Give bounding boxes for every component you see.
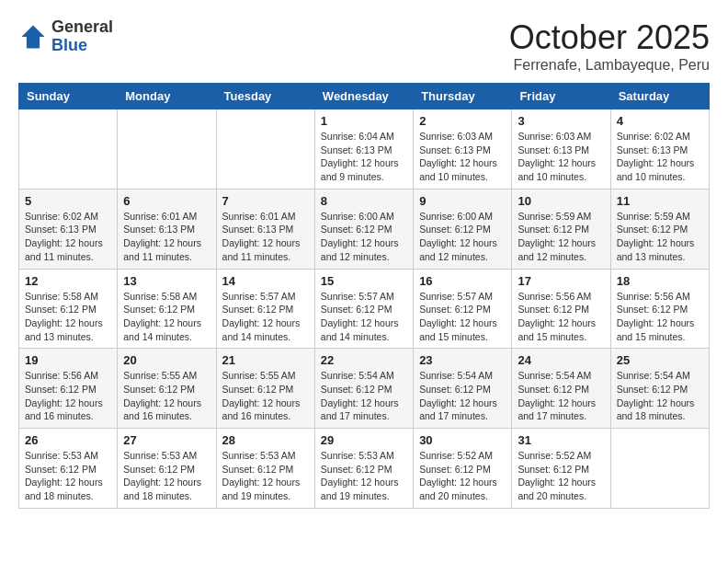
day-info: Sunrise: 5:53 AM Sunset: 6:12 PM Dayligh… <box>25 449 111 503</box>
calendar-cell <box>610 429 709 509</box>
calendar-table: SundayMondayTuesdayWednesdayThursdayFrid… <box>18 83 710 509</box>
day-number: 26 <box>25 433 111 447</box>
day-number: 30 <box>419 433 506 447</box>
calendar-cell: 2Sunrise: 6:03 AM Sunset: 6:13 PM Daylig… <box>414 109 512 190</box>
day-info: Sunrise: 6:00 AM Sunset: 6:12 PM Dayligh… <box>419 210 506 264</box>
day-info: Sunrise: 6:00 AM Sunset: 6:12 PM Dayligh… <box>321 210 407 264</box>
calendar-cell: 6Sunrise: 6:01 AM Sunset: 6:13 PM Daylig… <box>118 189 216 269</box>
calendar-cell: 12Sunrise: 5:58 AM Sunset: 6:12 PM Dayli… <box>19 269 118 349</box>
logo-general: General <box>51 18 113 37</box>
day-number: 14 <box>222 274 309 288</box>
calendar-cell <box>118 109 216 190</box>
location: Ferrenafe, Lambayeque, Peru <box>509 57 710 74</box>
calendar-cell: 13Sunrise: 5:58 AM Sunset: 6:12 PM Dayli… <box>118 269 216 349</box>
weekday-header-friday: Friday <box>512 84 610 109</box>
calendar-cell: 4Sunrise: 6:02 AM Sunset: 6:13 PM Daylig… <box>610 109 709 190</box>
weekday-header-saturday: Saturday <box>610 84 709 109</box>
calendar-cell: 17Sunrise: 5:56 AM Sunset: 6:12 PM Dayli… <box>512 269 610 349</box>
day-info: Sunrise: 5:57 AM Sunset: 6:12 PM Dayligh… <box>419 290 506 344</box>
weekday-header-sunday: Sunday <box>19 84 118 109</box>
day-info: Sunrise: 6:04 AM Sunset: 6:13 PM Dayligh… <box>321 130 407 184</box>
day-number: 24 <box>518 353 604 367</box>
day-number: 10 <box>518 194 604 208</box>
day-info: Sunrise: 5:54 AM Sunset: 6:12 PM Dayligh… <box>617 369 703 423</box>
day-info: Sunrise: 5:54 AM Sunset: 6:12 PM Dayligh… <box>321 369 407 423</box>
weekday-header-wednesday: Wednesday <box>314 84 413 109</box>
day-info: Sunrise: 6:03 AM Sunset: 6:13 PM Dayligh… <box>419 130 506 184</box>
day-number: 11 <box>617 194 703 208</box>
day-info: Sunrise: 5:59 AM Sunset: 6:12 PM Dayligh… <box>617 210 703 264</box>
day-number: 5 <box>25 194 111 208</box>
day-info: Sunrise: 5:55 AM Sunset: 6:12 PM Dayligh… <box>123 369 210 423</box>
calendar-cell: 19Sunrise: 5:56 AM Sunset: 6:12 PM Dayli… <box>19 349 118 429</box>
calendar-cell: 29Sunrise: 5:53 AM Sunset: 6:12 PM Dayli… <box>314 429 413 509</box>
day-number: 17 <box>518 274 604 288</box>
day-info: Sunrise: 5:53 AM Sunset: 6:12 PM Dayligh… <box>321 449 407 503</box>
day-info: Sunrise: 5:57 AM Sunset: 6:12 PM Dayligh… <box>321 290 407 344</box>
day-info: Sunrise: 5:55 AM Sunset: 6:12 PM Dayligh… <box>222 369 309 423</box>
calendar-cell <box>19 109 118 190</box>
weekday-header-thursday: Thursday <box>414 84 512 109</box>
calendar-cell: 18Sunrise: 5:56 AM Sunset: 6:12 PM Dayli… <box>610 269 709 349</box>
day-number: 22 <box>321 353 407 367</box>
day-number: 4 <box>617 114 703 128</box>
logo-icon <box>18 22 48 52</box>
day-number: 16 <box>419 274 506 288</box>
calendar-cell: 1Sunrise: 6:04 AM Sunset: 6:13 PM Daylig… <box>314 109 413 190</box>
day-number: 2 <box>419 114 506 128</box>
calendar-cell <box>216 109 314 190</box>
calendar-cell: 22Sunrise: 5:54 AM Sunset: 6:12 PM Dayli… <box>314 349 413 429</box>
calendar-cell: 28Sunrise: 5:53 AM Sunset: 6:12 PM Dayli… <box>216 429 314 509</box>
day-number: 15 <box>321 274 407 288</box>
day-number: 3 <box>518 114 604 128</box>
day-info: Sunrise: 6:01 AM Sunset: 6:13 PM Dayligh… <box>123 210 210 264</box>
day-number: 7 <box>222 194 309 208</box>
logo: General Blue <box>18 18 113 55</box>
title-block: October 2025 Ferrenafe, Lambayeque, Peru <box>509 18 710 74</box>
day-number: 18 <box>617 274 703 288</box>
calendar-cell: 20Sunrise: 5:55 AM Sunset: 6:12 PM Dayli… <box>118 349 216 429</box>
day-info: Sunrise: 5:58 AM Sunset: 6:12 PM Dayligh… <box>25 290 111 344</box>
calendar-cell: 5Sunrise: 6:02 AM Sunset: 6:13 PM Daylig… <box>19 189 118 269</box>
calendar-cell: 31Sunrise: 5:52 AM Sunset: 6:12 PM Dayli… <box>512 429 610 509</box>
logo-text: General Blue <box>51 18 113 55</box>
day-number: 29 <box>321 433 407 447</box>
day-info: Sunrise: 5:56 AM Sunset: 6:12 PM Dayligh… <box>617 290 703 344</box>
day-number: 6 <box>123 194 210 208</box>
calendar-cell: 26Sunrise: 5:53 AM Sunset: 6:12 PM Dayli… <box>19 429 118 509</box>
week-row-4: 19Sunrise: 5:56 AM Sunset: 6:12 PM Dayli… <box>19 349 710 429</box>
week-row-2: 5Sunrise: 6:02 AM Sunset: 6:13 PM Daylig… <box>19 189 710 269</box>
calendar-cell: 27Sunrise: 5:53 AM Sunset: 6:12 PM Dayli… <box>118 429 216 509</box>
day-number: 27 <box>123 433 210 447</box>
day-info: Sunrise: 5:58 AM Sunset: 6:12 PM Dayligh… <box>123 290 210 344</box>
day-number: 13 <box>123 274 210 288</box>
logo-blue: Blue <box>51 37 113 55</box>
month-title: October 2025 <box>509 18 710 57</box>
calendar-cell: 23Sunrise: 5:54 AM Sunset: 6:12 PM Dayli… <box>414 349 512 429</box>
day-info: Sunrise: 6:01 AM Sunset: 6:13 PM Dayligh… <box>222 210 309 264</box>
day-number: 21 <box>222 353 309 367</box>
calendar-cell: 30Sunrise: 5:52 AM Sunset: 6:12 PM Dayli… <box>414 429 512 509</box>
day-number: 23 <box>419 353 506 367</box>
day-info: Sunrise: 5:54 AM Sunset: 6:12 PM Dayligh… <box>518 369 604 423</box>
day-info: Sunrise: 5:52 AM Sunset: 6:12 PM Dayligh… <box>518 449 604 503</box>
calendar-cell: 11Sunrise: 5:59 AM Sunset: 6:12 PM Dayli… <box>610 189 709 269</box>
week-row-3: 12Sunrise: 5:58 AM Sunset: 6:12 PM Dayli… <box>19 269 710 349</box>
day-info: Sunrise: 5:53 AM Sunset: 6:12 PM Dayligh… <box>123 449 210 503</box>
calendar-cell: 24Sunrise: 5:54 AM Sunset: 6:12 PM Dayli… <box>512 349 610 429</box>
calendar-cell: 15Sunrise: 5:57 AM Sunset: 6:12 PM Dayli… <box>314 269 413 349</box>
day-info: Sunrise: 5:52 AM Sunset: 6:12 PM Dayligh… <box>419 449 506 503</box>
calendar-cell: 9Sunrise: 6:00 AM Sunset: 6:12 PM Daylig… <box>414 189 512 269</box>
day-number: 28 <box>222 433 309 447</box>
svg-marker-1 <box>22 25 45 38</box>
day-number: 12 <box>25 274 111 288</box>
day-number: 25 <box>617 353 703 367</box>
weekday-header-row: SundayMondayTuesdayWednesdayThursdayFrid… <box>19 84 710 109</box>
day-info: Sunrise: 5:56 AM Sunset: 6:12 PM Dayligh… <box>25 369 111 423</box>
day-info: Sunrise: 6:03 AM Sunset: 6:13 PM Dayligh… <box>518 130 604 184</box>
day-info: Sunrise: 5:53 AM Sunset: 6:12 PM Dayligh… <box>222 449 309 503</box>
calendar-cell: 8Sunrise: 6:00 AM Sunset: 6:12 PM Daylig… <box>314 189 413 269</box>
day-number: 31 <box>518 433 604 447</box>
day-info: Sunrise: 6:02 AM Sunset: 6:13 PM Dayligh… <box>25 210 111 264</box>
day-info: Sunrise: 5:54 AM Sunset: 6:12 PM Dayligh… <box>419 369 506 423</box>
